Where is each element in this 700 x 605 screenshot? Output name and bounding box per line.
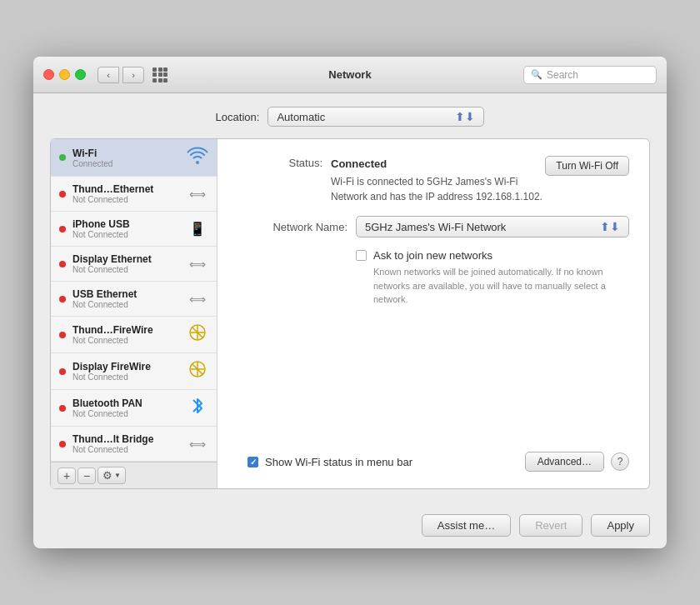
item-name: Display FireWire <box>72 361 180 372</box>
item-name: Bluetooth PAN <box>72 398 180 409</box>
sidebar-item-thund-firewire[interactable]: Thund…FireWire Not Connected <box>51 317 217 353</box>
item-text: Thund…lt Bridge Not Connected <box>72 433 180 454</box>
ask-join-checkbox[interactable] <box>356 250 367 261</box>
arrows-icon: ⟺ <box>187 292 208 306</box>
status-row: Status: Turn Wi-Fi Off Connected Wi-Fi i… <box>248 156 629 204</box>
location-arrows-icon: ⬆⬇ <box>455 110 475 123</box>
grid-icon <box>152 68 168 82</box>
thunderbolt-arrows-icon: ⟺ <box>187 188 208 201</box>
status-content: Turn Wi-Fi Off Connected Wi-Fi is connec… <box>331 156 629 204</box>
search-box[interactable]: 🔍 Search <box>523 66 657 84</box>
network-name-dropdown[interactable]: 5GHz James's Wi-Fi Network ⬆⬇ <box>356 216 629 238</box>
item-text: iPhone USB Not Connected <box>72 218 180 239</box>
turn-wifi-button[interactable]: Turn Wi-Fi Off <box>545 156 629 176</box>
remove-network-button[interactable]: − <box>78 468 96 484</box>
item-name: Thund…Ethernet <box>72 183 180 195</box>
item-status: Not Connected <box>72 445 180 454</box>
status-dot-red <box>59 191 66 198</box>
item-status: Not Connected <box>72 195 180 204</box>
back-button[interactable]: ‹ <box>98 67 119 83</box>
item-name: USB Ethernet <box>72 288 180 300</box>
search-icon: 🔍 <box>531 69 542 80</box>
help-button[interactable]: ? <box>611 452 629 471</box>
checkbox-row: Ask to join new networks Known networks … <box>248 249 629 307</box>
status-dot-red <box>59 332 66 338</box>
status-description: Wi-Fi is connected to 5GHz James's Wi-Fi… <box>331 174 629 204</box>
sidebar-list: Wi-Fi Connected <box>51 139 217 462</box>
show-wifi-checkbox[interactable]: ✓ <box>248 457 258 468</box>
show-wifi-label: Show Wi-Fi status in menu bar <box>265 456 412 468</box>
sidebar: Wi-Fi Connected <box>51 139 218 488</box>
window-title: Network <box>328 68 371 81</box>
main-panel: Wi-Fi Connected <box>50 138 650 489</box>
location-value: Automatic <box>277 111 448 123</box>
item-status: Not Connected <box>72 300 180 309</box>
sidebar-item-bluetooth-pan[interactable]: Bluetooth PAN Not Connected <box>51 390 217 427</box>
network-name-label: Network Name: <box>248 221 348 233</box>
maximize-button[interactable] <box>75 69 86 80</box>
traffic-lights <box>43 69 86 80</box>
right-panel: Status: Turn Wi-Fi Off Connected Wi-Fi i… <box>228 139 649 488</box>
checkmark-icon: ✓ <box>250 458 257 467</box>
network-name-row: Network Name: 5GHz James's Wi-Fi Network… <box>248 216 629 238</box>
forward-button[interactable]: › <box>122 67 144 83</box>
spacer <box>248 318 629 429</box>
revert-button[interactable]: Revert <box>519 514 582 537</box>
bottom-bar: ✓ Show Wi-Fi status in menu bar Advanced… <box>248 452 629 472</box>
item-status: Not Connected <box>72 230 180 239</box>
sidebar-item-iphone-usb[interactable]: iPhone USB Not Connected 📱 <box>51 212 217 247</box>
arrows-icon: ⟺ <box>187 258 208 271</box>
item-status: Not Connected <box>72 265 180 274</box>
grid-view-button[interactable] <box>149 67 171 83</box>
minimize-button[interactable] <box>59 69 70 80</box>
network-arrows-icon: ⬆⬇ <box>600 220 620 233</box>
status-dot-red <box>59 405 66 412</box>
bluetooth-icon <box>187 397 208 419</box>
status-dot-green <box>59 154 66 161</box>
ask-join-label: Ask to join new networks <box>373 249 492 262</box>
titlebar: ‹ › Network 🔍 Search <box>33 57 667 93</box>
gear-icon: ⚙ <box>102 469 112 482</box>
arrows-icon: ⟺ <box>187 438 208 451</box>
item-name: Wi-Fi <box>72 148 180 159</box>
gear-menu-button[interactable]: ⚙ ▼ <box>98 467 126 484</box>
add-network-button[interactable]: + <box>58 468 76 484</box>
sidebar-item-display-ethernet[interactable]: Display Ethernet Not Connected ⟺ <box>51 247 217 282</box>
status-dot-red <box>59 261 66 268</box>
item-status: Connected <box>72 159 180 168</box>
search-placeholder: Search <box>547 69 578 81</box>
status-dot-red <box>59 368 66 375</box>
sidebar-item-display-firewire[interactable]: Display FireWire Not Connected <box>51 353 217 390</box>
firewire-icon <box>187 323 208 346</box>
sidebar-item-wifi[interactable]: Wi-Fi Connected <box>51 139 217 177</box>
item-name: Thund…FireWire <box>72 324 180 336</box>
location-row: Location: Automatic ⬆⬇ <box>50 107 650 127</box>
gear-arrow-icon: ▼ <box>114 472 121 479</box>
status-dot-red <box>59 296 66 302</box>
item-name: iPhone USB <box>72 218 180 230</box>
item-status: Not Connected <box>72 336 180 345</box>
item-status: Not Connected <box>72 409 180 418</box>
item-name: Thund…lt Bridge <box>72 433 180 445</box>
bottom-right-buttons: Advanced… ? <box>525 452 629 472</box>
item-text: Bluetooth PAN Not Connected <box>72 398 180 418</box>
network-name-value: 5GHz James's Wi-Fi Network <box>365 221 593 233</box>
item-name: Display Ethernet <box>72 253 180 265</box>
apply-button[interactable]: Apply <box>591 514 650 537</box>
phone-icon: 📱 <box>187 221 208 237</box>
status-value: Connected <box>331 158 387 170</box>
advanced-button[interactable]: Advanced… <box>525 452 604 472</box>
item-text: USB Ethernet Not Connected <box>72 288 180 309</box>
item-text: Display Ethernet Not Connected <box>72 253 180 274</box>
item-text: Thund…FireWire Not Connected <box>72 324 180 345</box>
sidebar-item-thund-bridge[interactable]: Thund…lt Bridge Not Connected ⟺ <box>51 427 217 462</box>
sidebar-item-usb-ethernet[interactable]: USB Ethernet Not Connected ⟺ <box>51 282 217 317</box>
location-label: Location: <box>216 111 260 123</box>
network-preferences-window: ‹ › Network 🔍 Search Location: Automatic… <box>33 57 667 548</box>
assist-me-button[interactable]: Assist me… <box>422 514 511 537</box>
location-dropdown[interactable]: Automatic ⬆⬇ <box>268 107 484 127</box>
sidebar-toolbar: + − ⚙ ▼ <box>51 462 217 488</box>
close-button[interactable] <box>43 69 54 80</box>
status-label: Status: <box>248 156 322 169</box>
sidebar-item-thund-ethernet[interactable]: Thund…Ethernet Not Connected ⟺ <box>51 177 217 212</box>
